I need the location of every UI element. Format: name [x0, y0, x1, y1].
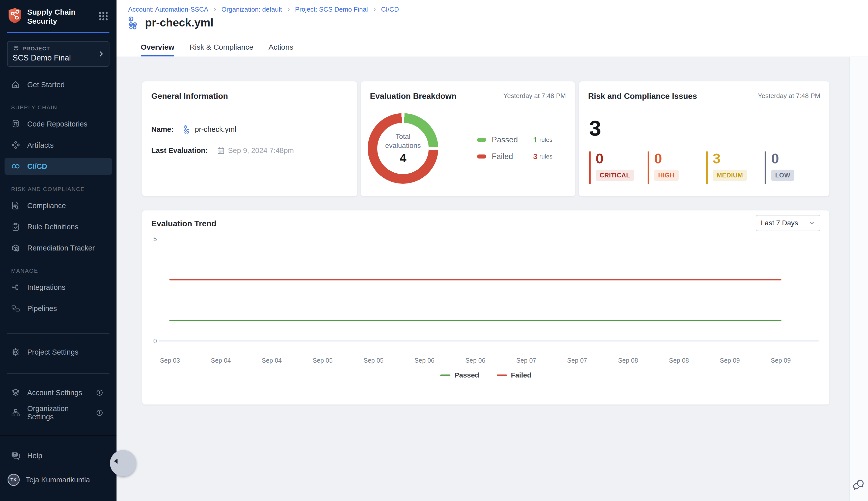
card-title: Evaluation Trend	[151, 219, 216, 228]
sidebar-item-artifacts[interactable]: Artifacts	[4, 137, 112, 154]
main-area: Account: Automation-SSCA Organization: d…	[116, 0, 868, 501]
evaluation-trend-card: Evaluation Trend Last 7 Days 05Sep 03Sep…	[142, 210, 830, 405]
passed-line-icon	[440, 374, 450, 376]
sidebar-item-compliance[interactable]: Compliance	[4, 197, 112, 214]
last-evaluation-label: Last Evaluation:	[151, 147, 208, 155]
status-badge: MEDIUM	[713, 170, 747, 181]
x-axis-label: Sep 04	[211, 357, 231, 364]
tab-risk-compliance[interactable]: Risk & Compliance	[189, 38, 253, 56]
sidebar-section-supply-chain: SUPPLY CHAIN	[11, 104, 116, 111]
breadcrumb-account-link[interactable]: Account: Automation-SSCA	[128, 6, 208, 13]
chevron-down-icon	[808, 220, 815, 226]
card-title: General Information	[151, 92, 228, 101]
date-range-select[interactable]: Last 7 Days	[756, 215, 820, 231]
artifacts-icon	[11, 141, 20, 150]
legend-row-failed: Failed 3 rules	[477, 152, 553, 161]
tab-bar: Overview Risk & Compliance Actions	[116, 38, 868, 56]
sidebar-collapse-button[interactable]	[110, 450, 136, 476]
sidebar-item-label: Compliance	[27, 202, 66, 210]
calendar-icon	[217, 147, 225, 155]
breadcrumb-cicd-link[interactable]: CI/CD	[381, 6, 399, 13]
collapse-left-arrow-icon	[112, 459, 117, 464]
brand-accent-divider	[7, 32, 109, 33]
severity-medium: 3 MEDIUM	[706, 151, 765, 184]
breadcrumb-project-link[interactable]: Project: SCS Demo Final	[295, 6, 368, 13]
name-value: pr-check.yml	[183, 125, 236, 134]
sidebar-item-label: Pipelines	[27, 305, 57, 313]
sidebar-divider	[7, 333, 109, 334]
sidebar-item-remediation-tracker[interactable]: Remediation Tracker	[4, 239, 112, 257]
compliance-doc-icon	[11, 201, 20, 210]
x-axis-label: Sep 07	[516, 357, 536, 364]
user-menu[interactable]: TK Teja Kummarikuntla	[8, 474, 112, 486]
info-icon[interactable]	[96, 389, 103, 396]
status-badge: HIGH	[654, 170, 679, 181]
x-axis-label: Sep 08	[669, 357, 689, 364]
avatar: TK	[8, 474, 20, 486]
chevron-right-icon	[286, 7, 291, 12]
sidebar-item-integrations[interactable]: Integrations	[4, 279, 112, 296]
evaluation-donut: Total evaluations 4	[368, 113, 438, 184]
sidebar-item-help[interactable]: ? Help	[4, 447, 112, 464]
card-timestamp: Yesterday at 7:48 PM	[503, 92, 566, 100]
project-label: PROJECT	[22, 46, 50, 52]
info-icon[interactable]	[96, 409, 103, 417]
severity-row: 0 CRITICAL 0 HIGH 3 MEDIUM 0 LOW	[589, 151, 823, 184]
legend-passed: Passed	[440, 371, 479, 379]
project-name: SCS Demo Final	[13, 53, 104, 63]
content-area: General Information Name: pr-check.yml L…	[116, 57, 868, 501]
remediation-box-icon	[11, 243, 20, 253]
legend-row-passed: Passed 1 rules	[477, 135, 553, 145]
sidebar-item-cicd[interactable]: CI/CD	[4, 158, 112, 175]
breadcrumb: Account: Automation-SSCA Organization: d…	[128, 6, 399, 13]
x-axis-label: Sep 03	[160, 357, 180, 364]
y-axis-tick: 5	[153, 235, 157, 243]
sidebar-divider	[7, 373, 109, 374]
passed-pill-icon	[477, 138, 486, 142]
sidebar-item-get-started[interactable]: Get Started	[4, 76, 112, 93]
sidebar-item-label: Help	[27, 451, 42, 460]
sidebar-item-organization-settings[interactable]: Organization Settings	[4, 404, 112, 422]
sidebar-item-label: Get Started	[27, 81, 65, 89]
sidebar-item-account-settings[interactable]: Account Settings	[4, 384, 112, 401]
tab-actions[interactable]: Actions	[269, 38, 293, 56]
sidebar-item-rule-definitions[interactable]: Rule Definitions	[4, 218, 112, 235]
x-axis-label: Sep 05	[364, 357, 384, 364]
tab-overview[interactable]: Overview	[141, 38, 174, 56]
page-title: pr-check.yml	[145, 17, 213, 29]
project-selector[interactable]: PROJECT SCS Demo Final	[7, 41, 109, 67]
sidebar-item-project-settings[interactable]: Project Settings	[4, 343, 112, 361]
integrations-icon	[11, 283, 20, 292]
sidebar-item-label: CI/CD	[27, 162, 47, 171]
supply-chain-security-logo-icon	[8, 8, 22, 24]
trend-chart-svg: 05Sep 03Sep 04Sep 04Sep 05Sep 05Sep 06Se…	[142, 231, 830, 372]
svg-text:?: ?	[14, 452, 16, 456]
sidebar-item-label: Rule Definitions	[27, 223, 79, 231]
severity-high: 0 HIGH	[648, 151, 706, 184]
chevron-right-icon	[212, 7, 217, 12]
breakdown-legend: Passed 1 rules Failed 3 rules	[477, 135, 553, 169]
risk-total-count: 3	[589, 117, 601, 139]
x-axis-label: Sep 07	[567, 357, 587, 364]
help-chat-icon: ?	[11, 451, 20, 460]
code-repository-icon	[11, 119, 20, 129]
x-axis-label: Sep 06	[415, 357, 435, 364]
pipeline-icon	[127, 15, 141, 30]
breadcrumb-org-link[interactable]: Organization: default	[221, 6, 282, 13]
donut-total-value: 4	[400, 151, 407, 165]
sidebar-item-code-repositories[interactable]: Code Repositories	[4, 115, 112, 132]
sidebar-section-risk-compliance: RISK AND COMPLIANCE	[11, 186, 116, 193]
failed-line-icon	[497, 374, 507, 376]
card-title: Evaluation Breakdown	[370, 92, 457, 101]
chat-bubbles-icon[interactable]	[853, 478, 865, 491]
failed-pill-icon	[477, 154, 486, 159]
app-switcher-grid-icon[interactable]	[98, 11, 109, 22]
user-name: Teja Kummarikuntla	[26, 476, 90, 484]
home-icon	[11, 80, 20, 89]
sidebar-item-pipelines[interactable]: Pipelines	[4, 300, 112, 317]
brand-title: Supply Chain Security	[27, 8, 76, 26]
sidebar-item-label: Project Settings	[27, 348, 79, 356]
trend-legend: Passed Failed	[142, 371, 829, 379]
chevron-right-icon	[372, 7, 377, 12]
clipboard-check-icon	[11, 222, 20, 231]
